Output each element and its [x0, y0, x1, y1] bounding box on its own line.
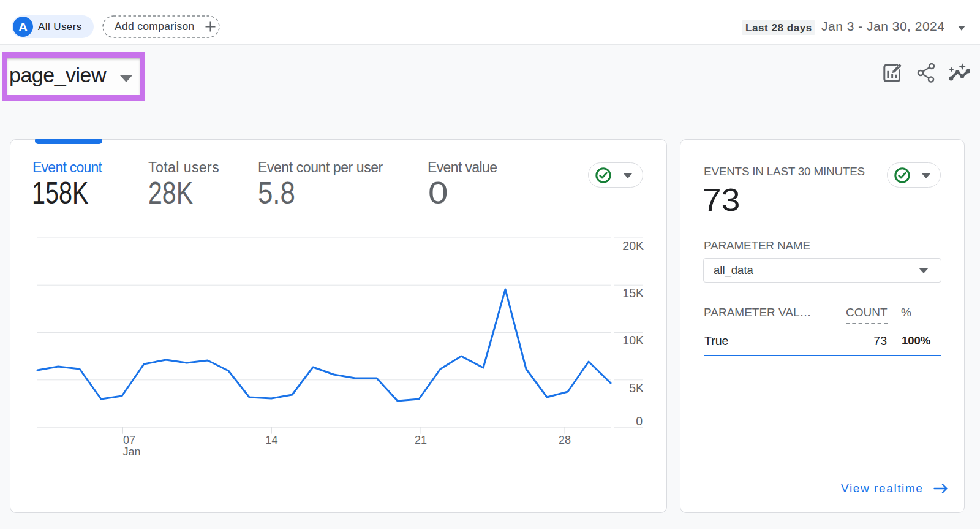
svg-text:Jan: Jan: [123, 446, 141, 458]
svg-text:20K: 20K: [622, 239, 644, 253]
svg-text:15K: 15K: [622, 286, 644, 300]
svg-text:14: 14: [265, 434, 277, 446]
svg-text:28: 28: [559, 434, 571, 446]
svg-text:10K: 10K: [622, 333, 644, 347]
svg-text:5K: 5K: [629, 381, 644, 395]
svg-text:07: 07: [123, 434, 135, 446]
svg-text:21: 21: [415, 434, 427, 446]
svg-text:0: 0: [636, 414, 643, 428]
